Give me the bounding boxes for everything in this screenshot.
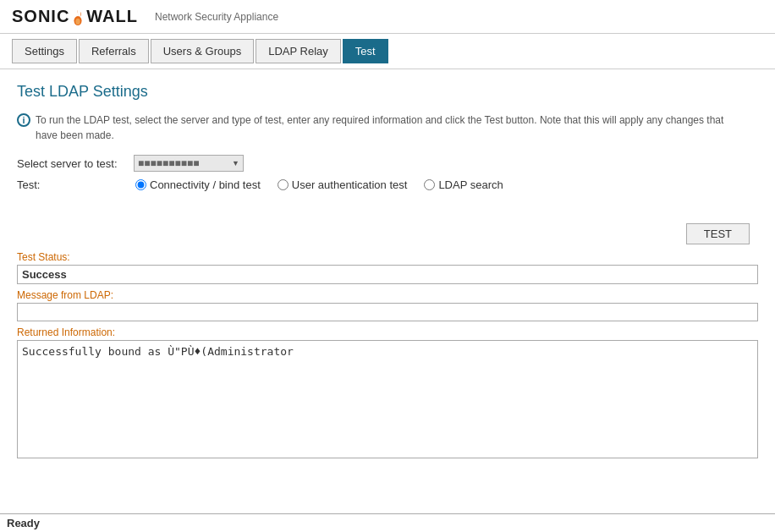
status-text: Ready [7, 517, 40, 529]
returned-info-value[interactable] [17, 340, 758, 458]
radio-user-auth-input[interactable] [278, 179, 289, 190]
message-label: Message from LDAP: [17, 289, 758, 301]
select-server-row: Select server to test: ■■■■■■■■■■ [17, 155, 758, 172]
info-text: To run the LDAP test, select the server … [36, 112, 745, 143]
sonicwall-logo: SONIC WALL [12, 7, 138, 26]
returned-info-row: Returned Information: [17, 326, 758, 458]
message-row: Message from LDAP: [17, 289, 758, 321]
radio-group: Connectivity / bind test User authentica… [135, 178, 503, 191]
logo-container: SONIC WALL Network Security Appliance [12, 7, 278, 26]
header: SONIC WALL Network Security Appliance [0, 0, 775, 34]
main-content: Test LDAP Settings i To run the LDAP tes… [0, 69, 775, 477]
results-section: Test Status: Success Message from LDAP: … [17, 251, 758, 458]
server-select[interactable]: ■■■■■■■■■■ [134, 155, 244, 172]
returned-info-label: Returned Information: [17, 326, 758, 338]
test-type-label: Test: [17, 178, 127, 191]
info-box: i To run the LDAP test, select the serve… [17, 112, 745, 143]
logo-wall: WALL [86, 7, 138, 26]
tab-test[interactable]: Test [343, 39, 388, 63]
radio-ldap-search-input[interactable] [424, 179, 435, 190]
radio-user-auth[interactable]: User authentication test [278, 178, 408, 191]
radio-ldap-search[interactable]: LDAP search [424, 178, 503, 191]
tab-settings[interactable]: Settings [12, 39, 77, 63]
test-button[interactable]: TEST [686, 223, 750, 244]
svg-point-1 [76, 18, 80, 24]
radio-connectivity-input[interactable] [135, 179, 146, 190]
tab-ldap-relay[interactable]: LDAP Relay [256, 39, 341, 63]
server-select-wrapper[interactable]: ■■■■■■■■■■ [134, 155, 244, 172]
logo-sonic: SONIC [12, 7, 69, 26]
test-status-row: Test Status: Success [17, 251, 758, 284]
info-icon: i [17, 113, 30, 127]
status-bar: Ready [0, 513, 775, 532]
message-value [17, 303, 758, 321]
test-status-label: Test Status: [17, 251, 758, 263]
page-title: Test LDAP Settings [17, 83, 758, 101]
tab-users-groups[interactable]: Users & Groups [151, 39, 254, 63]
radio-connectivity-label: Connectivity / bind test [150, 178, 261, 191]
radio-user-auth-label: User authentication test [292, 178, 408, 191]
test-status-value: Success [17, 265, 758, 284]
radio-connectivity[interactable]: Connectivity / bind test [135, 178, 261, 191]
test-button-row: TEST [17, 223, 758, 244]
tab-referrals[interactable]: Referrals [79, 39, 149, 63]
test-type-row: Test: Connectivity / bind test User auth… [17, 178, 758, 191]
header-subtitle: Network Security Appliance [155, 11, 278, 23]
radio-ldap-search-label: LDAP search [438, 178, 503, 191]
tabs-bar: Settings Referrals Users & Groups LDAP R… [0, 34, 775, 69]
select-server-label: Select server to test: [17, 157, 127, 170]
flame-icon [72, 8, 84, 25]
